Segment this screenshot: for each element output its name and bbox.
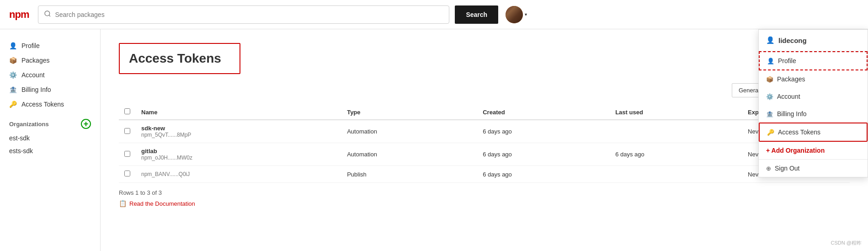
row-last-used-1: 6 days ago [610,143,742,166]
avatar-container[interactable]: ▾ [506,6,527,23]
dropdown-add-organization[interactable]: + Add Organization [759,142,868,159]
billing-icon: 🏦 [9,86,17,93]
book-icon: 📋 [119,200,127,207]
sidebar-item-billing[interactable]: 🏦 Billing Info [0,82,100,97]
sidebar-org-est-sdk[interactable]: est-sdk [0,132,100,144]
row-name-0: sdk-new npm_5QvT......8MpP [136,120,341,143]
organizations-label: Organizations [9,121,49,128]
svg-line-1 [49,15,51,16]
search-input[interactable] [55,11,443,18]
th-last-used: Last used [610,105,742,120]
sidebar-item-profile[interactable]: 👤 Profile [0,38,100,53]
dropdown-username: 👤 lidecong [759,30,868,51]
dropdown-tokens-icon: 🔑 [767,129,774,136]
packages-icon: 📦 [9,57,17,64]
search-button[interactable]: Search [455,5,498,24]
th-type: Type [341,105,477,120]
user-dropdown: 👤 lidecong 👤 Profile 📦 Packages ⚙️ Accou… [758,29,868,177]
page-title: Access Tokens [129,51,221,66]
sidebar-item-billing-label: Billing Info [21,86,51,93]
row-checkbox-0[interactable] [119,120,136,143]
dropdown-account-label: Account [777,93,800,100]
dropdown-item-billing[interactable]: 🏦 Billing Info [759,105,868,123]
svg-point-0 [45,11,50,16]
dropdown-username-text: lidecong [778,37,807,44]
row-checkbox-1[interactable] [119,143,136,166]
sidebar-item-tokens-label: Access Tokens [21,101,64,108]
npm-logo: npm [9,9,29,21]
page-layout: 👤 Profile 📦 Packages ⚙️ Account 🏦 Billin… [0,29,868,251]
row-checkbox-2[interactable] [119,166,136,183]
th-created: Created [477,105,610,120]
dropdown-signout-label: Sign Out [775,165,799,172]
tokens-table: Name Type Created Last used Expires sdk-… [119,105,850,183]
dropdown-item-account[interactable]: ⚙️ Account [759,88,868,105]
dropdown-packages-icon: 📦 [766,76,773,83]
dropdown-signout-icon: ⊕ [766,165,771,172]
tokens-icon: 🔑 [9,101,17,108]
row-name-2: npm_BANV......Q0iJ [136,166,341,183]
profile-icon: 👤 [9,42,17,49]
dropdown-item-tokens[interactable]: 🔑 Access Tokens [759,123,868,142]
toolbar: Generate New Token ▾ Delete Sele [119,83,850,97]
dropdown-profile-icon: 👤 [767,58,774,64]
sidebar-item-tokens[interactable]: 🔑 Access Tokens [0,97,100,112]
dropdown-tokens-label: Access Tokens [778,128,820,136]
sidebar-item-account[interactable]: ⚙️ Account [0,68,100,82]
dropdown-profile-label: Profile [778,57,796,64]
sidebar-org-ests-sdk[interactable]: ests-sdk [0,144,100,157]
search-icon [44,10,51,19]
row-type-1: Automation [341,143,477,166]
dropdown-add-org-label: + Add Organization [766,147,825,154]
dropdown-account-icon: ⚙️ [766,93,773,100]
th-checkbox [119,105,136,120]
app-header: npm Search ▾ [0,0,868,29]
row-created-0: 6 days ago [477,120,610,143]
row-last-used-2 [610,166,742,183]
watermark: CSDN @程昨 [831,240,862,246]
main-content: Access Tokens Generate New Token ▾ Delet… [101,29,868,251]
select-all-checkbox[interactable] [124,108,130,114]
user-icon: 👤 [766,36,775,44]
sidebar-item-account-label: Account [21,71,45,79]
add-organization-button[interactable]: + [81,119,91,129]
sidebar-item-packages[interactable]: 📦 Packages [0,53,100,68]
dropdown-packages-label: Packages [777,75,805,83]
dropdown-billing-label: Billing Info [777,110,807,117]
dropdown-item-profile[interactable]: 👤 Profile [759,51,868,70]
row-type-2: Publish [341,166,477,183]
row-type-0: Automation [341,120,477,143]
page-title-box: Access Tokens [119,43,240,74]
row-last-used-0 [610,120,742,143]
chevron-down-icon: ▾ [525,12,527,17]
table-row: sdk-new npm_5QvT......8MpP Automation 6 … [119,120,850,143]
rows-info: Rows 1 to 3 of 3 [119,189,850,196]
table-row: gitlab npm_oJ0H......MW0z Automation 6 d… [119,143,850,166]
dropdown-billing-icon: 🏦 [766,111,773,117]
dropdown-sign-out[interactable]: ⊕ Sign Out [759,159,868,177]
sidebar-item-profile-label: Profile [21,42,40,49]
docs-link-container: 📋 Read the Documentation [119,200,850,207]
sidebar: 👤 Profile 📦 Packages ⚙️ Account 🏦 Billin… [0,29,101,251]
table-header: Name Type Created Last used Expires [119,105,850,120]
account-icon: ⚙️ [9,71,17,79]
th-name: Name [136,105,341,120]
organizations-section: Organizations + [0,112,100,132]
avatar-image [506,6,523,23]
tokens-table-body: sdk-new npm_5QvT......8MpP Automation 6 … [119,120,850,183]
row-created-2: 6 days ago [477,166,610,183]
row-created-1: 6 days ago [477,143,610,166]
sidebar-item-packages-label: Packages [21,57,49,64]
table-row: npm_BANV......Q0iJ Publish 6 days ago Ne… [119,166,850,183]
row-name-1: gitlab npm_oJ0H......MW0z [136,143,341,166]
dropdown-item-packages[interactable]: 📦 Packages [759,70,868,88]
docs-link[interactable]: Read the Documentation [129,200,195,207]
search-container [38,5,449,24]
avatar [506,6,523,23]
